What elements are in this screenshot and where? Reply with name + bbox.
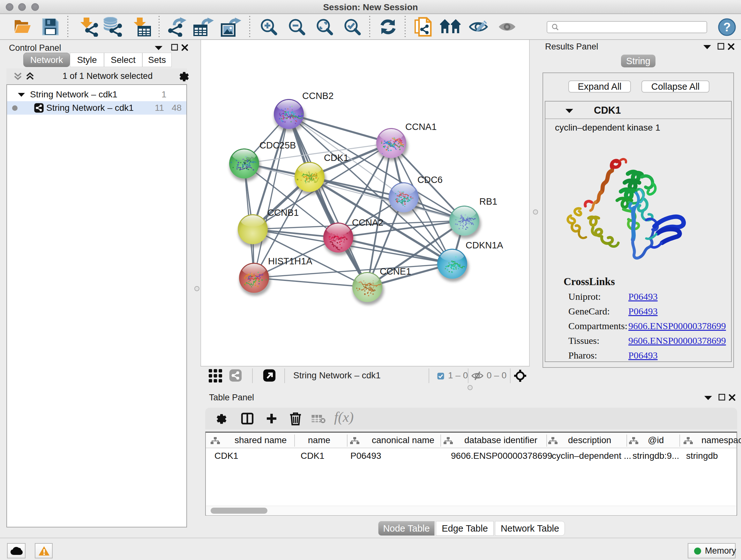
svg-text:CDC6: CDC6 <box>417 175 443 185</box>
svg-text:CDKN1A: CDKN1A <box>466 240 503 250</box>
svg-text:CCNA1: CCNA1 <box>405 122 436 132</box>
svg-text:CCNB2: CCNB2 <box>302 91 333 101</box>
svg-text:?: ? <box>723 20 731 34</box>
svg-text:CCNE1: CCNE1 <box>380 266 411 276</box>
svg-text:HIST1H1A: HIST1H1A <box>268 256 313 266</box>
svg-text:RB1: RB1 <box>479 196 497 206</box>
svg-text:CCNB1: CCNB1 <box>267 207 299 218</box>
svg-text:CCNA2: CCNA2 <box>352 217 383 228</box>
svg-text:CDK1: CDK1 <box>324 152 348 163</box>
svg-text:CDC25B: CDC25B <box>259 140 296 150</box>
